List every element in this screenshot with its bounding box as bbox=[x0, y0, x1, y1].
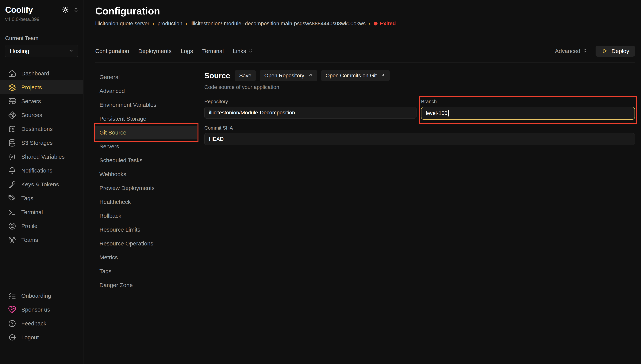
sidebar-item-logout[interactable]: Logout bbox=[0, 330, 83, 344]
server-icon bbox=[8, 97, 16, 106]
subnav-scheduled-tasks[interactable]: Scheduled Tasks bbox=[95, 153, 197, 167]
team-select[interactable]: Hosting bbox=[5, 45, 78, 57]
subnav-persistent-storage[interactable]: Persistent Storage bbox=[95, 112, 197, 126]
arrow-up-right-icon bbox=[380, 72, 385, 79]
sidebar-item-dashboard[interactable]: Dashboard bbox=[0, 66, 83, 80]
advanced-dropdown[interactable]: Advanced bbox=[555, 48, 587, 54]
app-version: v4.0.0-beta.399 bbox=[5, 16, 83, 22]
git-source-panel: Source Save Open Repository Open Commits… bbox=[204, 70, 635, 292]
tab-links[interactable]: Links bbox=[233, 48, 253, 54]
logout-icon bbox=[8, 333, 16, 342]
sidebar-item-destinations[interactable]: Destinations bbox=[0, 122, 83, 136]
key-icon bbox=[8, 180, 16, 189]
breadcrumb: illicitonion quote server › production ›… bbox=[95, 20, 635, 27]
sidebar-collapse-button[interactable] bbox=[73, 7, 79, 13]
chevron-right-icon: › bbox=[153, 21, 155, 26]
page-title: Configuration bbox=[95, 5, 635, 17]
team-select-value: Hosting bbox=[10, 48, 29, 54]
main-content: Configuration illicitonion quote server … bbox=[84, 0, 641, 364]
sidebar-item-keys-tokens[interactable]: Keys & Tokens bbox=[0, 178, 83, 191]
sidebar-item-s3-storages[interactable]: S3 Storages bbox=[0, 136, 83, 150]
subnav-resource-limits[interactable]: Resource Limits bbox=[95, 223, 197, 236]
tab-terminal[interactable]: Terminal bbox=[202, 48, 224, 54]
theme-toggle-button[interactable] bbox=[62, 6, 69, 14]
open-commits-button[interactable]: Open Commits on Git bbox=[321, 70, 390, 81]
breadcrumb-application[interactable]: illicitestonion/-module--decomposition:m… bbox=[191, 20, 366, 26]
sun-icon bbox=[62, 6, 69, 14]
sidebar-item-teams[interactable]: Teams bbox=[0, 233, 83, 247]
status-badge: Exited bbox=[374, 20, 396, 26]
tab-deployments[interactable]: Deployments bbox=[138, 48, 172, 54]
sidebar-item-feedback[interactable]: Feedback bbox=[0, 316, 83, 330]
repository-label: Repository bbox=[204, 98, 416, 104]
branch-label: Branch bbox=[421, 98, 635, 104]
chevron-right-icon: › bbox=[185, 21, 187, 26]
subnav-general[interactable]: General bbox=[95, 70, 197, 84]
sidebar-item-shared-variables[interactable]: Shared Variables bbox=[0, 150, 83, 164]
subnav-advanced[interactable]: Advanced bbox=[95, 84, 197, 98]
sidebar-item-tags[interactable]: Tags bbox=[0, 191, 83, 205]
tab-configuration[interactable]: Configuration bbox=[95, 48, 129, 54]
subnav-webhooks[interactable]: Webhooks bbox=[95, 167, 197, 181]
current-team-label: Current Team bbox=[5, 35, 83, 42]
sidebar-item-notifications[interactable]: Notifications bbox=[0, 164, 83, 178]
git-source-icon bbox=[8, 111, 16, 119]
play-icon bbox=[601, 48, 608, 55]
section-description: Code source of your application. bbox=[204, 84, 635, 90]
subnav-git-source[interactable]: Git Source bbox=[95, 126, 197, 140]
subnav-rollback[interactable]: Rollback bbox=[95, 209, 197, 223]
chevron-right-icon: › bbox=[369, 21, 371, 26]
subnav-resource-operations[interactable]: Resource Operations bbox=[95, 236, 197, 250]
breadcrumb-environment[interactable]: production bbox=[157, 20, 182, 26]
deploy-button[interactable]: Deploy bbox=[595, 46, 635, 56]
sidebar-item-terminal[interactable]: Terminal bbox=[0, 205, 83, 219]
chevrons-up-down-icon bbox=[73, 7, 79, 13]
sidebar-item-profile[interactable]: Profile bbox=[0, 219, 83, 233]
subnav-preview-deployments[interactable]: Preview Deployments bbox=[95, 181, 197, 195]
bell-icon bbox=[8, 166, 16, 175]
subnav-tags[interactable]: Tags bbox=[95, 264, 197, 278]
open-repository-button[interactable]: Open Repository bbox=[260, 70, 317, 81]
commit-sha-label: Commit SHA bbox=[204, 125, 635, 131]
text-caret bbox=[448, 110, 449, 116]
section-title: Source bbox=[204, 72, 230, 80]
heart-hands-icon bbox=[8, 306, 16, 314]
sidebar-item-servers[interactable]: Servers bbox=[0, 94, 83, 108]
subnav-servers[interactable]: Servers bbox=[95, 140, 197, 153]
layers-icon bbox=[8, 83, 16, 92]
status-text: Exited bbox=[380, 20, 396, 26]
brand-row: Coolify bbox=[5, 5, 79, 15]
tab-bar: Configuration Deployments Logs Terminal … bbox=[95, 45, 635, 57]
save-button[interactable]: Save bbox=[235, 70, 256, 81]
subnav-metrics[interactable]: Metrics bbox=[95, 250, 197, 264]
map-icon bbox=[8, 125, 16, 133]
chevrons-up-down-icon bbox=[248, 48, 253, 54]
repository-input[interactable] bbox=[204, 107, 416, 118]
breadcrumb-project[interactable]: illicitonion quote server bbox=[95, 20, 149, 26]
sidebar-nav: Dashboard Projects Servers Sources Desti… bbox=[0, 66, 83, 247]
tab-logs[interactable]: Logs bbox=[181, 48, 193, 54]
branch-input[interactable]: level-100 bbox=[421, 107, 635, 120]
subnav-environment-variables[interactable]: Environment Variables bbox=[95, 98, 197, 112]
sidebar-item-sponsor-us[interactable]: Sponsor us bbox=[0, 303, 83, 316]
sidebar-item-projects[interactable]: Projects bbox=[0, 80, 83, 94]
subnav-danger-zone[interactable]: Danger Zone bbox=[95, 278, 197, 292]
status-dot-icon bbox=[374, 22, 378, 26]
subnav-healthcheck[interactable]: Healthcheck bbox=[95, 195, 197, 209]
chevrons-up-down-icon bbox=[582, 48, 587, 54]
config-subnav: General Advanced Environment Variables P… bbox=[95, 70, 197, 292]
database-icon bbox=[8, 139, 16, 147]
chevron-down-icon bbox=[68, 48, 74, 54]
home-icon bbox=[8, 69, 16, 78]
terminal-icon bbox=[8, 208, 16, 216]
commit-sha-input[interactable] bbox=[204, 133, 635, 145]
variable-icon bbox=[8, 152, 16, 161]
sidebar-item-sources[interactable]: Sources bbox=[0, 108, 83, 122]
list-checks-icon bbox=[8, 292, 16, 300]
users-icon bbox=[8, 236, 16, 244]
app-logo: Coolify bbox=[5, 5, 33, 15]
sidebar-footer-nav: Onboarding Sponsor us Feedback Logout bbox=[0, 289, 83, 344]
tags-icon bbox=[8, 194, 16, 202]
help-circle-icon bbox=[8, 319, 16, 328]
sidebar-item-onboarding[interactable]: Onboarding bbox=[0, 289, 83, 303]
